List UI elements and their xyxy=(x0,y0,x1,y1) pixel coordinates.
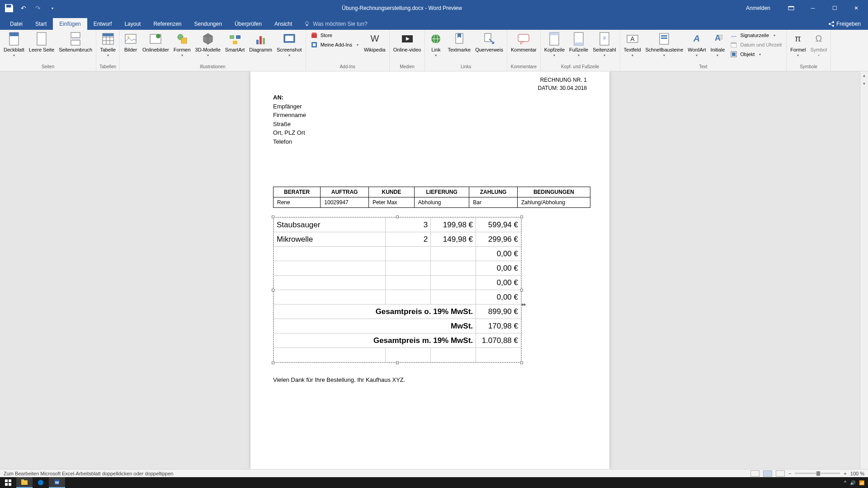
zoom-level[interactable]: 100 % xyxy=(850,471,864,476)
resize-handle[interactable] xyxy=(272,216,274,218)
zoom-in-button[interactable]: + xyxy=(844,471,846,476)
item-price xyxy=(431,247,476,261)
ribbon-tabs: Datei Start Einfügen Entwurf Layout Refe… xyxy=(0,16,868,30)
tray-volume-icon[interactable]: 🔊 xyxy=(850,480,855,485)
diagramm-button[interactable]: Diagramm xyxy=(247,31,274,53)
tab-ansicht[interactable]: Ansicht xyxy=(268,18,298,30)
line-item-row: Staubsauger 3 199,98 € 599,94 € xyxy=(274,218,521,232)
ribbon-display-options[interactable] xyxy=(781,0,801,16)
link-button[interactable]: Link▾ xyxy=(427,31,445,58)
header-icon xyxy=(547,32,561,46)
tab-start[interactable]: Start xyxy=(29,18,53,30)
schnellbausteine-button[interactable]: Schnellbausteine▾ xyxy=(644,31,685,58)
qat-dropdown[interactable]: ▾ xyxy=(47,3,58,14)
tab-ueberpruefen[interactable]: Überprüfen xyxy=(228,18,268,30)
wikipedia-icon: W xyxy=(368,32,382,46)
screenshot-button[interactable]: Screenshot▾ xyxy=(275,31,304,58)
embedded-excel-object[interactable]: ⇔ Staubsauger 3 199,98 € 599,94 €Mikrowe… xyxy=(273,217,522,363)
formen-button[interactable]: Formen▾ xyxy=(172,31,193,58)
initiale-button[interactable]: AInitiale▾ xyxy=(708,31,726,58)
maximize-button[interactable]: ☐ xyxy=(825,0,844,16)
minimize-button[interactable]: ─ xyxy=(803,0,823,16)
tab-einfuegen[interactable]: Einfügen xyxy=(53,18,87,30)
resize-handle[interactable] xyxy=(272,361,274,364)
cell-lieferung: Abholung xyxy=(414,197,469,208)
fusszeile-button[interactable]: Fußzeile▾ xyxy=(567,31,590,58)
document-area[interactable]: RECHNUNG NR. 1 DATUM: 30.04.2018 AN: Emp… xyxy=(0,71,860,469)
svg-point-6 xyxy=(832,25,834,27)
textfeld-button[interactable]: ATextfeld▾ xyxy=(622,31,643,58)
onlinebilder-button[interactable]: Onlinebilder xyxy=(141,31,171,53)
save-button[interactable] xyxy=(4,3,14,14)
sign-in-link[interactable]: Anmelden xyxy=(746,5,770,11)
signaturzeile-button[interactable]: Signaturzeile▾ xyxy=(727,31,784,40)
resize-handle[interactable] xyxy=(520,289,523,291)
read-mode-button[interactable] xyxy=(750,470,760,477)
kommentar-button[interactable]: Kommentar xyxy=(509,31,538,53)
bilder-button[interactable]: Bilder xyxy=(122,31,140,53)
svg-rect-10 xyxy=(9,33,19,36)
page[interactable]: RECHNUNG NR. 1 DATUM: 30.04.2018 AN: Emp… xyxy=(250,71,609,469)
scroll-up-button[interactable]: ▲ xyxy=(860,71,868,80)
onlinevideo-button[interactable]: Online-video xyxy=(392,31,423,53)
item-desc xyxy=(274,290,386,305)
wordart-button[interactable]: AWordArt▾ xyxy=(686,31,708,58)
meine-addins-button[interactable]: Meine Add-Ins▾ xyxy=(308,40,361,49)
resize-handle[interactable] xyxy=(520,216,523,218)
tray-chevron-icon[interactable]: ^ xyxy=(844,480,846,485)
querverweis-button[interactable]: Querverweis xyxy=(473,31,505,53)
svg-rect-56 xyxy=(574,42,583,45)
kopfzeile-button[interactable]: Kopfzeile▾ xyxy=(542,31,566,58)
object-icon xyxy=(730,51,737,58)
item-desc xyxy=(274,261,386,276)
tab-entwurf[interactable]: Entwurf xyxy=(87,18,118,30)
group-symbole: Symbole xyxy=(788,63,829,70)
undo-button[interactable]: ↶ xyxy=(18,3,29,14)
zoom-slider[interactable] xyxy=(795,473,840,474)
close-button[interactable]: ✕ xyxy=(846,0,866,16)
tab-referenzen[interactable]: Referenzen xyxy=(147,18,188,30)
resize-handle[interactable] xyxy=(272,289,274,291)
symbol-button[interactable]: ΩSymbol▾ xyxy=(808,31,829,58)
vertical-scrollbar[interactable]: ▲ ▼ xyxy=(860,71,868,469)
seitenumbruch-button[interactable]: Seitenumbruch xyxy=(57,31,94,53)
wikipedia-button[interactable]: WWikipedia xyxy=(362,31,387,53)
textmarke-button[interactable]: Textmarke xyxy=(446,31,472,53)
start-button[interactable] xyxy=(0,477,16,488)
tab-layout[interactable]: Layout xyxy=(118,18,147,30)
tab-sendungen[interactable]: Sendungen xyxy=(188,18,228,30)
statusbar: Zum Bearbeiten Microsoft Excel-Arbeitsbl… xyxy=(0,469,868,477)
mwst-row: MwSt. 170,98 € xyxy=(274,319,521,333)
datum-uhrzeit-button[interactable]: Datum und Uhrzeit xyxy=(727,40,784,49)
svg-rect-34 xyxy=(259,36,262,44)
redo-button[interactable]: ↷ xyxy=(33,3,43,14)
3d-modelle-button[interactable]: 3D-Modelle▾ xyxy=(193,31,222,58)
task-edge[interactable] xyxy=(33,477,49,488)
task-word[interactable]: W xyxy=(49,477,65,488)
resize-handle[interactable] xyxy=(396,361,399,364)
scroll-down-button[interactable]: ▼ xyxy=(860,80,868,88)
svg-rect-41 xyxy=(313,43,316,46)
tab-datei[interactable]: Datei xyxy=(4,18,29,30)
print-layout-button[interactable] xyxy=(763,470,772,477)
web-layout-button[interactable] xyxy=(776,470,785,477)
cell-berater: Rene xyxy=(274,197,321,208)
resize-handle[interactable] xyxy=(396,216,399,218)
seitenzahl-button[interactable]: #Seitenzahl▾ xyxy=(591,31,618,58)
tray-network-icon[interactable]: 📶 xyxy=(859,480,864,485)
store-button[interactable]: Store xyxy=(308,31,361,40)
formel-button[interactable]: πFormel▾ xyxy=(788,31,807,58)
leere-seite-button[interactable]: Leere Seite xyxy=(27,31,56,53)
svg-text:Ω: Ω xyxy=(815,33,822,43)
deckblatt-button[interactable]: Deckblatt▾ xyxy=(2,31,26,58)
smartart-button[interactable]: SmartArt xyxy=(223,31,246,53)
zoom-out-button[interactable]: − xyxy=(788,471,791,476)
invoice-number: RECHNUNG NR. 1 xyxy=(538,76,587,84)
tell-me-search[interactable]: Was möchten Sie tun? xyxy=(304,21,367,30)
objekt-button[interactable]: Objekt▾ xyxy=(727,50,784,59)
task-explorer[interactable] xyxy=(16,477,33,488)
share-button[interactable]: Freigeben xyxy=(828,21,861,27)
system-tray[interactable]: ^ 🔊 📶 xyxy=(844,480,868,485)
resize-handle[interactable] xyxy=(520,361,523,364)
tabelle-button[interactable]: Tabelle▾ xyxy=(98,31,118,58)
